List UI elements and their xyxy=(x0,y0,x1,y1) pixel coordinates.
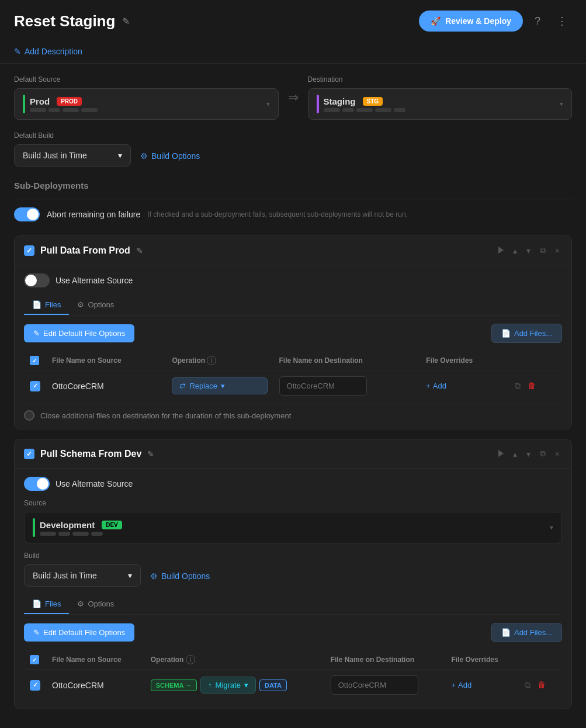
row-2-checkbox[interactable]: ✓ xyxy=(30,680,40,691)
abort-label: Abort remaining on failure xyxy=(47,210,140,219)
row-delete-button[interactable]: 🗑 xyxy=(525,379,538,393)
deployment-2-title: Pull Schema From Dev xyxy=(40,449,141,459)
review-deploy-button[interactable]: 🚀 Review & Deploy xyxy=(419,11,523,32)
deployment-2-files-table: ✓ File Name on Source Operation i File N… xyxy=(24,650,562,701)
row-2-dest-cell xyxy=(325,670,446,701)
deployment-2-up-button[interactable]: ▴ xyxy=(511,448,519,460)
col-source-header: File Name on Source xyxy=(46,351,166,370)
dest-name-input-2[interactable] xyxy=(331,675,418,695)
deployment-1-copy-button[interactable]: ⧉ xyxy=(538,244,548,256)
row-2-delete-button[interactable]: 🗑 xyxy=(535,678,548,692)
col-operation-header-2: Operation i xyxy=(145,650,325,670)
deployment-1-tab-files[interactable]: 📄 Files xyxy=(24,296,69,315)
deployment-2-build-options-btn[interactable]: ⚙ Build Options xyxy=(150,566,210,587)
close-files-row: Close additional files on destination fo… xyxy=(24,404,562,421)
deployment-2-close-button[interactable]: × xyxy=(553,448,562,460)
source-select[interactable]: Prod PROD ▾ xyxy=(14,88,279,120)
plus-icon: + xyxy=(426,382,431,390)
deployment-2-alt-source-label: Use Alternate Source xyxy=(56,479,133,488)
col-operation-header: Operation i xyxy=(166,351,273,370)
replace-icon: ⇄ xyxy=(179,382,186,390)
build-chevron-icon: ▾ xyxy=(118,151,122,160)
pencil-icon-3: ✎ xyxy=(33,628,40,637)
review-deploy-label: Review & Deploy xyxy=(445,16,511,26)
deployment-2-edit-icon[interactable]: ✎ xyxy=(147,449,154,459)
deployment-1-checkbox[interactable]: ✓ xyxy=(24,245,34,256)
migrate-chevron-icon: ▾ xyxy=(244,681,248,689)
abort-toggle[interactable] xyxy=(14,207,40,221)
row-1-checkbox[interactable]: ✓ xyxy=(30,381,40,391)
section-divider xyxy=(14,199,572,199)
deployment-1-header-right: ▴ ▾ ⧉ × xyxy=(496,244,562,256)
deployment-2-build-row: Build Build Just in Time ▾ ⚙ Build Optio… xyxy=(24,552,562,587)
checkmark-icon: ✓ xyxy=(26,247,32,255)
close-files-checkbox[interactable] xyxy=(24,410,34,421)
deployment-1-title: Pull Data From Prod xyxy=(40,245,130,256)
source-block: Default Source Prod PROD xyxy=(14,75,279,120)
deployment-1-edit-file-btn[interactable]: ✎ Edit Default File Options xyxy=(24,324,134,342)
deployment-2-copy-button[interactable]: ⧉ xyxy=(538,448,548,460)
deployment-2-build-select[interactable]: Build Just in Time ▾ xyxy=(24,564,141,587)
dest-block: Destination Staging STG xyxy=(308,75,573,120)
rocket-icon: 🚀 xyxy=(431,16,441,26)
deployment-2-tab-options[interactable]: ⚙ Options xyxy=(69,595,122,614)
th-check: ✓ xyxy=(24,351,46,370)
dest-select[interactable]: Staging STG ▾ xyxy=(308,88,573,120)
deployment-2-source-name: Development xyxy=(40,520,95,530)
deployment-2-edit-file-btn[interactable]: ✎ Edit Default File Options xyxy=(24,623,134,642)
file-icon-3: 📄 xyxy=(32,599,41,608)
row-2-overrides-cell: + Add xyxy=(446,670,517,701)
deployment-2-dev-badge: DEV xyxy=(102,521,122,529)
row-2-source-name: OttoCoreCRM xyxy=(46,670,145,701)
deployment-2-build-chevron: ▾ xyxy=(128,571,132,580)
row-2-copy-button[interactable]: ⧉ xyxy=(522,678,533,692)
help-button[interactable]: ? xyxy=(530,13,545,30)
add-override-button-2[interactable]: + Add xyxy=(452,681,472,689)
deployment-1-down-button[interactable]: ▾ xyxy=(524,245,533,256)
deployment-1-add-files-btn[interactable]: 📄 Add Files... xyxy=(491,324,562,343)
deployment-2-build-select-wrap: Build Build Just in Time ▾ xyxy=(24,552,141,587)
col-dest-header: File Name on Destination xyxy=(273,351,421,370)
default-build-select[interactable]: Build Just in Time ▾ xyxy=(14,144,131,167)
deployment-1-play-button[interactable] xyxy=(496,245,506,256)
plus-icon-2: + xyxy=(452,681,456,689)
deployment-2-file-actions: ✎ Edit Default File Options 📄 Add Files.… xyxy=(24,623,562,642)
deployment-2-checkbox[interactable]: ✓ xyxy=(24,449,34,459)
replace-operation-btn[interactable]: ⇄ Replace ▾ xyxy=(172,377,267,394)
deployment-2-tab-files[interactable]: 📄 Files xyxy=(24,595,69,614)
add-override-button[interactable]: + Add xyxy=(426,382,446,390)
row-copy-button[interactable]: ⧉ xyxy=(512,379,523,393)
edit-file-label: Edit Default File Options xyxy=(43,329,125,338)
deployment-2-play-button[interactable] xyxy=(496,448,506,460)
deployment-1-alt-source-label: Use Alternate Source xyxy=(56,276,133,285)
operation-info-icon-2[interactable]: i xyxy=(186,655,195,664)
add-description-button[interactable]: ✎ Add Description xyxy=(14,47,82,56)
dest-name-input[interactable] xyxy=(279,376,367,396)
operation-info-icon[interactable]: i xyxy=(207,356,216,365)
th-check-2: ✓ xyxy=(24,650,46,670)
deployment-2-down-button[interactable]: ▾ xyxy=(524,448,533,460)
deployment-2-add-files-btn[interactable]: 📄 Add Files... xyxy=(491,623,562,642)
row-checkmark-2: ✓ xyxy=(33,681,38,689)
build-options-button[interactable]: ⚙ Build Options xyxy=(140,145,200,167)
deployment-1-tab-options[interactable]: ⚙ Options xyxy=(69,296,122,315)
migrate-operation-btn[interactable]: ↑ Migrate ▾ xyxy=(200,677,256,694)
table-header-checkbox-2[interactable]: ✓ xyxy=(30,655,39,664)
arrow-connector: ⇒ xyxy=(286,90,301,105)
gear-icon-2: ⚙ xyxy=(150,571,158,581)
deployment-1-header-left: ✓ Pull Data From Prod ✎ xyxy=(24,245,143,256)
header: Reset Staging ✎ 🚀 Review & Deploy ? ⋮ xyxy=(0,0,586,42)
deployment-1-files-table: ✓ File Name on Source Operation i File N… xyxy=(24,351,562,401)
title-edit-icon[interactable]: ✎ xyxy=(122,16,130,27)
deployment-1-alt-source-toggle[interactable] xyxy=(24,273,50,287)
deployment-1-up-button[interactable]: ▴ xyxy=(511,245,519,256)
more-options-button[interactable]: ⋮ xyxy=(552,12,572,30)
checkmark-icon-2: ✓ xyxy=(26,450,32,458)
deployment-1-close-button[interactable]: × xyxy=(553,245,562,256)
deployment-2-source-field-label: Source xyxy=(24,499,562,507)
deployment-1-file-actions: ✎ Edit Default File Options 📄 Add Files.… xyxy=(24,324,562,343)
deployment-2-alt-source-toggle[interactable] xyxy=(24,477,50,491)
deployment-1-edit-icon[interactable]: ✎ xyxy=(136,246,143,255)
table-header-checkbox[interactable]: ✓ xyxy=(30,356,39,365)
row-2-checkbox-cell: ✓ xyxy=(24,670,46,701)
